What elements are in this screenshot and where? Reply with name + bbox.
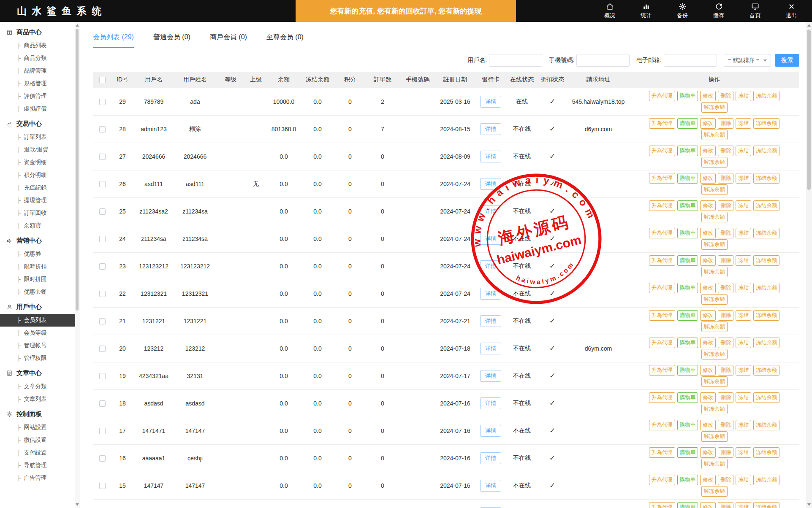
row-checkbox[interactable] — [99, 99, 106, 105]
action-promote-agent-button[interactable]: 升為代理 — [649, 91, 675, 101]
action-unfreeze-balance-button[interactable]: 解冻余額 — [701, 459, 728, 469]
action-edit-button[interactable]: 修改 — [700, 338, 716, 348]
bank-card-detail-button[interactable]: 详情 — [480, 480, 501, 492]
tab-3[interactable]: 至尊会员 (0) — [266, 33, 304, 48]
action-edit-button[interactable]: 修改 — [700, 255, 716, 266]
bank-card-detail-button[interactable]: 详情 — [480, 260, 501, 272]
sidebar-item[interactable]: ├管理帐号 — [0, 339, 80, 352]
action-delete-button[interactable]: 刪除 — [718, 502, 733, 508]
action-edit-button[interactable]: 修改 — [700, 200, 716, 211]
action-edit-button[interactable]: 修改 — [700, 502, 716, 508]
sidebar-item[interactable]: ├积分明细 — [0, 169, 80, 181]
tab-1[interactable]: 普通会员 (0) — [153, 33, 190, 48]
action-cart-button[interactable]: 購物車 — [677, 502, 698, 508]
action-freeze-balance-button[interactable]: 冻结余额 — [753, 255, 779, 266]
action-edit-button[interactable]: 修改 — [700, 146, 716, 156]
action-freeze-button[interactable]: 冻结 — [736, 420, 751, 430]
bank-card-detail-button[interactable]: 详情 — [480, 178, 501, 190]
bank-card-detail-button[interactable]: 详情 — [480, 397, 501, 409]
action-freeze-balance-button[interactable]: 冻结余额 — [753, 91, 779, 101]
action-edit-button[interactable]: 修改 — [700, 310, 716, 321]
action-delete-button[interactable]: 刪除 — [718, 447, 733, 458]
row-checkbox[interactable] — [99, 373, 106, 379]
sidebar-item[interactable]: ├品牌管理 — [0, 65, 80, 77]
action-unfreeze-balance-button[interactable]: 解冻余額 — [701, 130, 728, 140]
bank-card-detail-button[interactable]: 详情 — [480, 425, 501, 437]
action-cart-button[interactable]: 購物車 — [677, 392, 698, 403]
sidebar-item[interactable]: ├优惠券 — [0, 248, 80, 260]
action-delete-button[interactable]: 刪除 — [718, 118, 733, 129]
sidebar-scrollbar[interactable] — [75, 22, 80, 508]
action-freeze-balance-button[interactable]: 冻结余额 — [753, 365, 779, 376]
row-checkbox[interactable] — [99, 181, 106, 187]
action-cart-button[interactable]: 購物車 — [677, 173, 698, 184]
bank-card-detail-button[interactable]: 详情 — [480, 288, 501, 300]
scroll-up-icon[interactable] — [76, 24, 79, 27]
sidebar-section-title-product[interactable]: 商品中心 — [0, 24, 80, 39]
action-edit-button[interactable]: 修改 — [700, 447, 716, 458]
action-promote-agent-button[interactable]: 升為代理 — [649, 310, 675, 321]
action-freeze-balance-button[interactable]: 冻结余额 — [753, 283, 779, 293]
action-delete-button[interactable]: 刪除 — [718, 228, 733, 238]
action-promote-agent-button[interactable]: 升為代理 — [649, 173, 675, 184]
sidebar-section-title-user[interactable]: 用戶中心 — [0, 298, 80, 314]
row-checkbox[interactable] — [99, 126, 106, 132]
sidebar-item[interactable]: ├充值記錄 — [0, 181, 80, 194]
action-delete-button[interactable]: 刪除 — [718, 91, 733, 101]
action-freeze-button[interactable]: 冻结 — [736, 392, 751, 403]
action-cart-button[interactable]: 購物車 — [677, 255, 698, 266]
scroll-down-icon[interactable] — [76, 503, 79, 506]
sidebar-item[interactable]: ├余額寶 — [0, 219, 80, 232]
action-delete-button[interactable]: 刪除 — [718, 420, 733, 430]
action-cart-button[interactable]: 購物車 — [677, 146, 698, 156]
action-freeze-button[interactable]: 冻结 — [736, 146, 751, 156]
action-cart-button[interactable]: 購物車 — [677, 447, 698, 458]
page-scrollbar-thumb[interactable] — [807, 30, 811, 190]
sidebar-item[interactable]: ├訂單回收 — [0, 207, 80, 219]
action-freeze-balance-button[interactable]: 冻结余额 — [753, 228, 779, 238]
action-unfreeze-balance-button[interactable]: 解冻余額 — [701, 294, 728, 305]
sidebar-item[interactable]: ├文章列表 — [0, 393, 80, 405]
action-cart-button[interactable]: 購物車 — [677, 365, 698, 376]
action-freeze-balance-button[interactable]: 冻结余额 — [753, 338, 779, 348]
action-freeze-button[interactable]: 冻结 — [736, 502, 751, 508]
sidebar-item[interactable]: ├资金明细 — [0, 156, 80, 169]
row-checkbox[interactable] — [99, 208, 106, 215]
action-edit-button[interactable]: 修改 — [700, 173, 716, 184]
action-edit-button[interactable]: 修改 — [700, 228, 716, 238]
action-unfreeze-balance-button[interactable]: 解冻余額 — [701, 486, 728, 497]
action-edit-button[interactable]: 修改 — [700, 365, 716, 376]
sidebar-item[interactable]: ├会员列表 — [0, 314, 80, 327]
sidebar-item[interactable]: ├商品分類 — [0, 52, 80, 65]
action-unfreeze-balance-button[interactable]: 解冻余額 — [701, 431, 728, 442]
action-freeze-balance-button[interactable]: 冻结余额 — [753, 447, 779, 458]
sidebar-item[interactable]: ├限时拼团 — [0, 273, 80, 286]
action-delete-button[interactable]: 刪除 — [718, 283, 733, 293]
action-cart-button[interactable]: 購物車 — [677, 118, 698, 129]
action-edit-button[interactable]: 修改 — [700, 420, 716, 430]
action-promote-agent-button[interactable]: 升為代理 — [649, 502, 675, 508]
bank-card-detail-button[interactable]: 详情 — [480, 452, 501, 464]
action-delete-button[interactable]: 刪除 — [718, 475, 733, 485]
row-checkbox[interactable] — [99, 483, 106, 489]
sidebar-item[interactable]: ├提現管理 — [0, 194, 80, 207]
action-cart-button[interactable]: 購物車 — [677, 200, 698, 211]
action-freeze-balance-button[interactable]: 冻结余额 — [753, 310, 779, 321]
action-unfreeze-balance-button[interactable]: 解冻余額 — [701, 212, 728, 222]
action-freeze-button[interactable]: 冻结 — [736, 365, 751, 376]
email-input[interactable] — [664, 54, 717, 67]
sidebar-section-title-marketing[interactable]: 营销中心 — [0, 232, 80, 248]
action-unfreeze-balance-button[interactable]: 解冻余額 — [701, 349, 728, 359]
tab-0[interactable]: 会员列表 (29) — [93, 33, 134, 48]
sidebar-section-title-article[interactable]: 文章中心 — [0, 365, 80, 380]
action-promote-agent-button[interactable]: 升為代理 — [649, 420, 675, 430]
select-all-checkbox[interactable] — [99, 77, 106, 83]
action-freeze-button[interactable]: 冻结 — [736, 91, 751, 101]
action-edit-button[interactable]: 修改 — [700, 91, 716, 101]
action-delete-button[interactable]: 刪除 — [718, 365, 733, 376]
row-checkbox[interactable] — [99, 400, 106, 407]
bank-card-detail-button[interactable]: 详情 — [480, 315, 501, 327]
action-delete-button[interactable]: 刪除 — [718, 255, 733, 266]
action-delete-button[interactable]: 刪除 — [718, 310, 733, 321]
page-scrollbar[interactable] — [806, 22, 812, 508]
